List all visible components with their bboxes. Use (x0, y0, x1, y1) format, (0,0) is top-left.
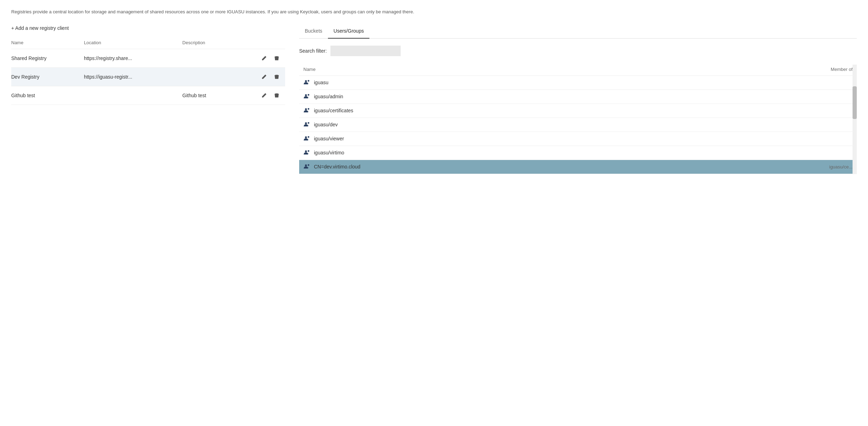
svg-point-5 (308, 108, 309, 110)
user-name-cell: iguasu/dev (299, 118, 675, 132)
registry-row[interactable]: Github testGithub test (11, 86, 285, 105)
tab-buckets[interactable]: Buckets (299, 25, 328, 39)
svg-point-1 (308, 80, 309, 82)
scrollbar-track (853, 65, 857, 174)
registry-location: https://iguasu-registr... (80, 67, 178, 86)
scrollbar-thumb[interactable] (853, 86, 857, 119)
registry-description: Github test (178, 86, 234, 105)
search-filter-input[interactable] (330, 46, 401, 56)
user-member-of (675, 146, 857, 160)
user-name-cell: iguasu (299, 75, 675, 89)
registry-name: Github test (11, 86, 80, 105)
registry-actions (234, 67, 285, 86)
registry-description (178, 67, 234, 86)
registry-row[interactable]: Dev Registryhttps://iguasu-registr... (11, 67, 285, 86)
user-member-of (675, 132, 857, 146)
delete-registry-button[interactable] (272, 54, 281, 62)
user-name-cell: iguasu/virtimo (299, 146, 675, 160)
user-name: iguasu/admin (314, 94, 343, 99)
registry-actions (234, 49, 285, 67)
registry-row[interactable]: Shared Registryhttps://registry.share... (11, 49, 285, 67)
registry-actions (234, 86, 285, 105)
registry-table: Name Location Description Shared Registr… (11, 38, 285, 105)
group-icon (303, 164, 310, 170)
tabs-row: Buckets Users/Groups (299, 25, 857, 39)
user-member-of (675, 104, 857, 118)
group-icon (303, 107, 310, 114)
group-icon (303, 135, 310, 142)
user-row[interactable]: iguasu/dev (299, 118, 857, 132)
user-member-of (675, 118, 857, 132)
delete-registry-button[interactable] (272, 91, 281, 100)
svg-point-9 (308, 136, 309, 138)
user-name: iguasu/virtimo (314, 150, 344, 155)
user-name: iguasu/dev (314, 122, 338, 127)
svg-point-7 (308, 122, 309, 124)
users-groups-panel: Buckets Users/Groups Search filter: Name… (299, 25, 857, 174)
user-name-cell: iguasu/certificates (299, 104, 675, 118)
registry-description (178, 49, 234, 67)
registry-name: Shared Registry (11, 49, 80, 67)
user-name-cell: CN=dev.virtimo.cloud (299, 160, 675, 174)
user-row[interactable]: iguasu/admin (299, 89, 857, 104)
registry-location: https://registry.share... (80, 49, 178, 67)
users-col-header-name: Name (299, 65, 675, 76)
svg-point-6 (305, 122, 307, 124)
svg-point-4 (305, 108, 307, 110)
user-name: iguasu/certificates (314, 108, 353, 113)
group-icon (303, 79, 310, 86)
group-icon (303, 149, 310, 156)
svg-point-3 (308, 94, 309, 96)
svg-point-0 (305, 80, 307, 82)
registry-name: Dev Registry (11, 67, 80, 86)
user-name: iguasu/viewer (314, 136, 344, 141)
user-member-of (675, 89, 857, 104)
user-member-of: iguasu/ce... (675, 160, 857, 174)
registry-location (80, 86, 178, 105)
user-row[interactable]: iguasu (299, 75, 857, 89)
user-member-of (675, 75, 857, 89)
svg-point-8 (305, 136, 307, 138)
edit-registry-button[interactable] (260, 73, 268, 81)
group-icon (303, 121, 310, 128)
col-header-name: Name (11, 38, 80, 49)
users-table: Name Member of iguasu iguasu/admin iguas… (299, 65, 857, 174)
svg-point-2 (305, 94, 307, 96)
svg-point-12 (305, 164, 307, 166)
delete-registry-button[interactable] (272, 73, 281, 81)
users-col-header-member: Member of (675, 65, 857, 76)
col-header-description: Description (178, 38, 234, 49)
user-name-cell: iguasu/admin (299, 89, 675, 104)
user-row[interactable]: iguasu/certificates (299, 104, 857, 118)
search-filter-row: Search filter: (299, 46, 857, 56)
user-name: CN=dev.virtimo.cloud (314, 164, 360, 169)
tab-users-groups[interactable]: Users/Groups (328, 25, 369, 39)
svg-point-10 (305, 150, 307, 152)
registry-list-panel: + Add a new registry client Name Locatio… (11, 25, 285, 105)
svg-point-13 (308, 164, 309, 166)
group-icon (303, 93, 310, 100)
info-bar: Registries provide a central location fo… (11, 8, 857, 15)
edit-registry-button[interactable] (260, 54, 268, 62)
col-header-location: Location (80, 38, 178, 49)
user-name: iguasu (314, 80, 328, 85)
svg-point-11 (308, 150, 309, 152)
edit-registry-button[interactable] (260, 91, 268, 100)
user-name-cell: iguasu/viewer (299, 132, 675, 146)
user-row[interactable]: CN=dev.virtimo.cloudiguasu/ce... (299, 160, 857, 174)
search-filter-label: Search filter: (299, 48, 327, 54)
user-row[interactable]: iguasu/virtimo (299, 146, 857, 160)
add-registry-button[interactable]: + Add a new registry client (11, 25, 69, 31)
user-row[interactable]: iguasu/viewer (299, 132, 857, 146)
